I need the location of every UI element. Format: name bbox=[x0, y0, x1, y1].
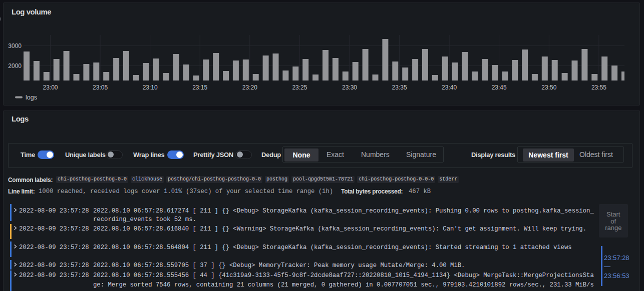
svg-text:logs: logs bbox=[26, 94, 37, 101]
svg-text:23:35: 23:35 bbox=[392, 84, 407, 91]
svg-text:23:15: 23:15 bbox=[192, 84, 207, 91]
svg-text:23:40: 23:40 bbox=[442, 84, 457, 91]
svg-text:23:50: 23:50 bbox=[541, 84, 556, 91]
svg-text:23:20: 23:20 bbox=[242, 84, 257, 91]
svg-text:23:30: 23:30 bbox=[342, 84, 357, 91]
svg-text:23:00: 23:00 bbox=[43, 84, 58, 91]
svg-text:23:25: 23:25 bbox=[292, 84, 307, 91]
svg-text:23:55: 23:55 bbox=[591, 84, 606, 91]
svg-text:23:05: 23:05 bbox=[93, 84, 108, 91]
svg-text:3000: 3000 bbox=[8, 42, 22, 50]
svg-text:23:45: 23:45 bbox=[492, 84, 507, 91]
svg-text:23:10: 23:10 bbox=[143, 84, 158, 91]
svg-text:2000: 2000 bbox=[8, 62, 22, 70]
